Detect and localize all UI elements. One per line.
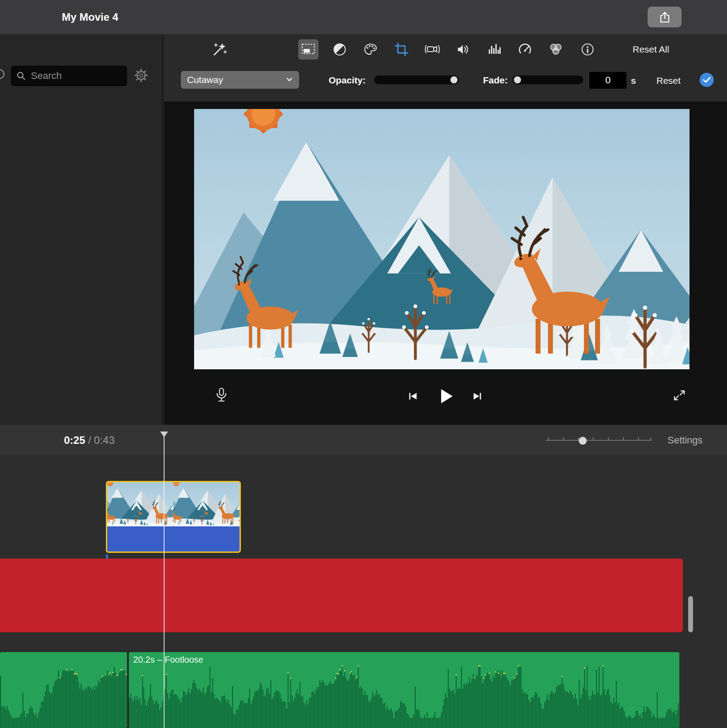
color-palette-icon — [363, 42, 378, 57]
reset-button[interactable]: Reset — [656, 75, 681, 86]
timeline-settings-button[interactable]: Settings — [667, 425, 703, 456]
reset-all-button[interactable]: Reset All — [633, 35, 669, 64]
audio-waveform — [0, 652, 127, 728]
opacity-slider-knob[interactable] — [450, 76, 457, 83]
winter-scene-frame — [194, 109, 690, 369]
enhance-wand-icon — [211, 41, 228, 58]
fullscreen-icon — [671, 387, 687, 403]
opacity-slider[interactable] — [374, 75, 459, 84]
play-button[interactable] — [436, 387, 455, 406]
viewer-area — [164, 101, 727, 425]
skip-forward-icon — [471, 390, 484, 403]
fade-label: Fade: — [483, 75, 508, 86]
auto-enhance-button[interactable] — [212, 42, 227, 57]
color-balance-button[interactable] — [332, 42, 347, 57]
info-button[interactable] — [580, 42, 595, 57]
audio-clip-left[interactable] — [0, 652, 127, 728]
opacity-label: Opacity: — [329, 75, 366, 86]
search-icon — [16, 71, 26, 81]
imovie-window: My Movie 4 — [0, 0, 727, 728]
equalizer-icon — [487, 42, 502, 57]
video-preview — [194, 109, 690, 369]
search-input[interactable] — [30, 70, 122, 82]
play-icon — [436, 387, 455, 406]
duration-input[interactable]: 0 — [589, 72, 626, 89]
overlay-mode-select[interactable]: Cutaway — [181, 71, 299, 89]
stabilization-button[interactable] — [425, 42, 440, 57]
total-time: 0:43 — [94, 434, 115, 446]
audio-clip-red[interactable] — [0, 559, 683, 632]
fullscreen-button[interactable] — [671, 387, 687, 403]
current-time: 0:25 — [64, 434, 85, 446]
overlay-settings-button[interactable] — [301, 42, 316, 57]
gear-icon — [133, 68, 149, 83]
time-separator: / — [85, 434, 94, 446]
speed-icon — [517, 42, 532, 57]
titlebar: My Movie 4 — [0, 0, 727, 35]
timeline-zoom-slider[interactable] — [546, 435, 652, 447]
window-title: My Movie 4 — [62, 0, 118, 34]
overlay-mode-value: Cutaway — [187, 75, 223, 85]
color-correction-button[interactable] — [363, 42, 378, 57]
music-clip-label: 20.2s – Footloose — [133, 655, 203, 665]
search-settings-button[interactable] — [132, 67, 150, 84]
audio-waveform — [129, 652, 679, 728]
clip-thumbnail — [173, 482, 240, 526]
skip-back-button[interactable] — [406, 389, 420, 403]
filters-icon — [548, 42, 563, 57]
duration-unit-label: s — [631, 75, 636, 86]
media-browser-panel — [0, 35, 163, 425]
crop-icon — [394, 42, 409, 57]
skip-back-icon — [406, 390, 420, 403]
crop-button[interactable] — [394, 42, 409, 57]
equalizer-button[interactable] — [487, 42, 502, 57]
audio-clip-footloose[interactable]: 20.2s – Footloose — [129, 652, 679, 728]
timeline-scrollbar[interactable] — [688, 596, 693, 632]
search-field[interactable] — [11, 66, 127, 86]
zoom-slider-icon — [546, 435, 652, 446]
share-button[interactable] — [648, 7, 682, 27]
checkmark-icon — [700, 73, 714, 87]
color-balance-icon — [332, 42, 347, 57]
volume-button[interactable] — [456, 42, 471, 57]
apply-checkmark-button[interactable] — [700, 73, 714, 87]
microphone-icon — [213, 387, 230, 406]
info-icon — [580, 42, 595, 57]
filters-button[interactable] — [548, 42, 563, 57]
volume-icon — [456, 42, 471, 57]
fade-slider-knob[interactable] — [514, 76, 521, 83]
chevron-down-icon — [286, 75, 293, 85]
share-icon — [658, 11, 671, 24]
fade-slider[interactable] — [513, 75, 583, 84]
overlay-settings-icon — [301, 42, 316, 57]
timeline-toolbar: 0:25 / 0:43 Settings — [0, 425, 727, 456]
time-display: 0:25 / 0:43 — [64, 425, 115, 456]
clock-icon[interactable] — [0, 68, 5, 82]
timeline: 20.2s – Footloose — [0, 456, 727, 728]
voiceover-record-button[interactable] — [212, 386, 231, 407]
inspector-and-preview: Reset All Cutaway Opacity: Fade: 0 s Res… — [164, 35, 727, 425]
clip-thumbnail — [107, 482, 173, 526]
stabilization-camera-icon — [424, 41, 440, 57]
cutaway-video-clip[interactable] — [106, 481, 241, 553]
speed-button[interactable] — [517, 42, 532, 57]
skip-forward-button[interactable] — [470, 389, 484, 403]
